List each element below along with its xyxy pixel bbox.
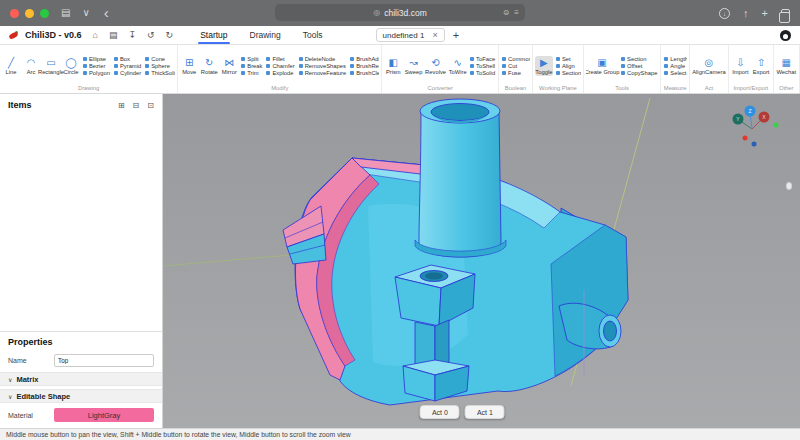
- matrix-section-header[interactable]: ∨ Matrix: [0, 372, 162, 386]
- ribbon-button-copyshape[interactable]: CopyShape: [620, 70, 658, 76]
- ribbon-button-line[interactable]: ╱Line: [2, 56, 20, 76]
- home-icon[interactable]: ⌂: [93, 30, 98, 40]
- collapse-all-icon[interactable]: ⊟: [133, 101, 140, 110]
- bullet-icon: [621, 57, 625, 61]
- ribbon-button-thicksolid[interactable]: ThickSolid: [144, 70, 175, 76]
- act-1-button[interactable]: Act 1: [465, 405, 505, 419]
- editable-shape-section-header[interactable]: ∨ Editable Shape: [0, 389, 162, 403]
- new-folder-icon[interactable]: ⊞: [118, 101, 125, 110]
- ribbon-button-label: Length: [670, 56, 686, 62]
- ribbon-button-toface[interactable]: ToFace: [469, 56, 496, 62]
- new-document-icon[interactable]: ▤: [109, 30, 118, 40]
- ribbon-button-toshell[interactable]: ToShell: [469, 63, 496, 69]
- ribbon-button-label: Rotate: [201, 69, 218, 75]
- close-document-icon[interactable]: ×: [432, 30, 437, 40]
- tab-overview-icon[interactable]: [781, 9, 790, 18]
- ribbon-button-brushadd[interactable]: BrushAdd: [349, 56, 379, 62]
- translate-icon[interactable]: ⊜: [503, 8, 510, 17]
- ribbon-button-trim[interactable]: Trim: [240, 70, 263, 76]
- material-button[interactable]: LightGray: [54, 408, 154, 422]
- act-0-button[interactable]: Act 0: [420, 405, 460, 419]
- expand-all-icon[interactable]: ⊡: [147, 101, 154, 110]
- ribbon-button-removeshapes[interactable]: RemoveShapes: [298, 63, 348, 69]
- ribbon-button-create-group[interactable]: ▣Create Group: [586, 56, 618, 76]
- undo-icon[interactable]: ↺: [147, 30, 155, 40]
- ribbon-button-align[interactable]: Align: [555, 63, 581, 69]
- ribbon-button-label: Angle: [670, 63, 685, 69]
- ribbon-button-rectangle[interactable]: ▭Rectangle: [42, 56, 60, 76]
- save-download-icon[interactable]: ↧: [128, 30, 136, 40]
- axis-neg-x-dot[interactable]: [743, 136, 748, 141]
- ribbon-button-explode[interactable]: Explode: [265, 70, 295, 76]
- ribbon-button-ellipse[interactable]: Ellipse: [82, 56, 111, 62]
- ribbon-button-removefeature[interactable]: RemoveFeature: [298, 70, 348, 76]
- ribbon-button-wechat[interactable]: ▦Wechat: [776, 56, 798, 76]
- ribbon-button-mirror[interactable]: ⋈Mirror: [220, 56, 238, 76]
- ribbon-button-rotate[interactable]: ↻Rotate: [200, 56, 218, 76]
- back-button[interactable]: ‹: [104, 5, 109, 20]
- tab-drawing[interactable]: Drawing: [239, 26, 292, 44]
- minimize-window-button[interactable]: [25, 9, 34, 18]
- downloads-icon[interactable]: ↓: [719, 8, 730, 19]
- ribbon-button-length[interactable]: Length: [663, 56, 686, 62]
- sidebar-toggle-icon[interactable]: ▤: [61, 8, 70, 18]
- model-pump-housing[interactable]: [163, 94, 800, 428]
- new-document-tab-button[interactable]: +: [453, 29, 459, 41]
- ribbon-button-cut[interactable]: Cut: [501, 63, 530, 69]
- axis-neg-y-dot[interactable]: [774, 123, 779, 128]
- tab-tools[interactable]: Tools: [292, 26, 334, 44]
- ribbon-button-angle[interactable]: Angle: [663, 63, 686, 69]
- ribbon-button-polygon[interactable]: Polygon: [82, 70, 111, 76]
- share-icon[interactable]: ↑: [743, 7, 749, 19]
- bullet-icon: [556, 64, 560, 68]
- ribbon-button-cylinder[interactable]: Cylinder: [113, 70, 142, 76]
- ribbon-button-sweep[interactable]: ↝Sweep: [404, 56, 423, 76]
- ribbon-button-common[interactable]: Common: [501, 56, 530, 62]
- tab-startup[interactable]: Startup: [189, 26, 238, 44]
- reader-icon[interactable]: ≡: [514, 8, 519, 17]
- ribbon-button-brushremove[interactable]: BrushRemove: [349, 63, 379, 69]
- github-icon[interactable]: [780, 30, 791, 41]
- close-window-button[interactable]: [10, 9, 19, 18]
- ribbon-button-chamfer[interactable]: Chamfer: [265, 63, 295, 69]
- ribbon-button-import[interactable]: ⇩Import: [731, 56, 750, 76]
- ribbon-button-export[interactable]: ⇧Export: [752, 56, 771, 76]
- 3d-viewport[interactable]: Y Z X Act 0 Act 1: [163, 94, 800, 428]
- ribbon-button-sphere[interactable]: Sphere: [144, 63, 175, 69]
- ribbon-button-towire[interactable]: ∿ToWire: [448, 56, 467, 76]
- ribbon-button-bezier[interactable]: Bezier: [82, 63, 111, 69]
- ribbon-button-toggle[interactable]: ▶Toggle: [535, 56, 553, 76]
- address-bar[interactable]: ◎ chili3d.com ⊜ ≡: [275, 4, 525, 21]
- ribbon-button-deletenode[interactable]: DeleteNode: [298, 56, 348, 62]
- redo-icon[interactable]: ↻: [166, 30, 174, 40]
- ribbon-button-pyramid[interactable]: Pyramid: [113, 63, 142, 69]
- view-tools: [786, 182, 792, 190]
- ribbon-button-brushclear[interactable]: BrushClear: [349, 70, 379, 76]
- chevron-down-icon[interactable]: ∨: [82, 8, 89, 18]
- ribbon-button-aligncamera[interactable]: ◎AlignCamera: [692, 56, 726, 76]
- ribbon-button-move[interactable]: ⊞Move: [180, 56, 198, 76]
- zoom-window-button[interactable]: [40, 9, 49, 18]
- ribbon-button-select[interactable]: Select: [663, 70, 686, 76]
- ribbon-button-revolve[interactable]: ⟲Revolve: [425, 56, 446, 76]
- bullet-icon: [470, 64, 474, 68]
- ribbon-button-offset[interactable]: Offset: [620, 63, 658, 69]
- new-tab-icon[interactable]: +: [762, 7, 768, 19]
- name-input[interactable]: [54, 354, 154, 367]
- ribbon-button-box[interactable]: Box: [113, 56, 142, 62]
- ribbon-button-split[interactable]: Split: [240, 56, 263, 62]
- document-tab[interactable]: undefined 1 ×: [376, 28, 445, 42]
- ribbon-button-tosolid[interactable]: ToSolid: [469, 70, 496, 76]
- ribbon-button-fillet[interactable]: Fillet: [265, 56, 295, 62]
- ribbon-button-cone[interactable]: Cone: [144, 56, 175, 62]
- axis-gizmo[interactable]: Y Z X: [722, 102, 786, 150]
- ribbon-button-break[interactable]: Break: [240, 63, 263, 69]
- ribbon-group-label: Measure: [663, 84, 686, 93]
- ribbon-button-section[interactable]: Section: [555, 70, 581, 76]
- ribbon-button-fuse[interactable]: Fuse: [501, 70, 530, 76]
- ribbon-button-set[interactable]: Set: [555, 56, 581, 62]
- axis-neg-z-dot[interactable]: [752, 142, 757, 147]
- ribbon-button-prism[interactable]: ◧Prism: [384, 56, 402, 76]
- ribbon-button-section[interactable]: Section: [620, 56, 658, 62]
- ribbon-button-circle[interactable]: ◯Circle: [62, 56, 80, 76]
